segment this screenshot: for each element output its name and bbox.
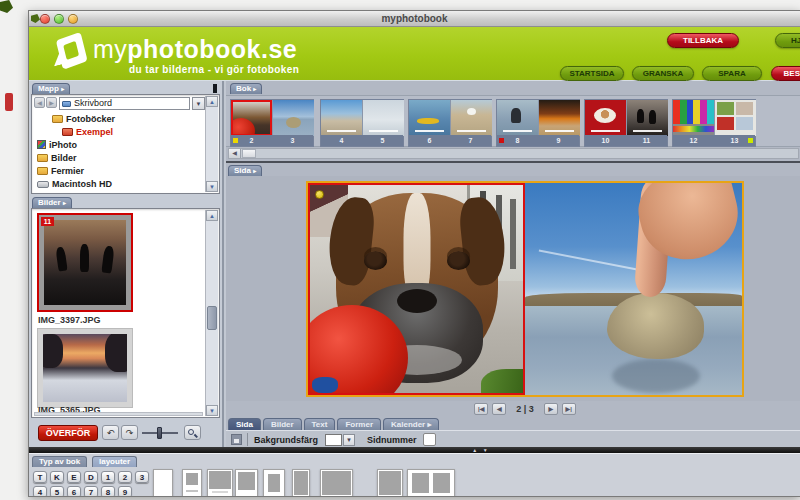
location-dropdown[interactable]: Skrivbord (59, 97, 190, 110)
page-number-checkbox[interactable] (423, 433, 436, 446)
tab-former[interactable]: Former (337, 418, 381, 430)
strip-scrollbar[interactable]: ◀ (228, 148, 799, 159)
layout-thumb-blank[interactable] (153, 469, 173, 497)
layout-thumb-two-squares[interactable] (407, 469, 455, 497)
bok-panel-tab[interactable]: Bok ▸ (230, 83, 262, 94)
layout-key-8[interactable]: 8 (101, 486, 115, 497)
title-bar[interactable]: myphotobook (29, 11, 800, 27)
image-thumb[interactable] (37, 328, 133, 408)
tab-bilder[interactable]: Bilder (263, 418, 302, 430)
scroll-thumb[interactable] (207, 306, 217, 330)
editor-tabs: SidaBilderTextFormerKalender ▸ (228, 418, 441, 430)
layout-key-6[interactable]: 6 (67, 486, 81, 497)
layout-thumb-full-bleed[interactable] (292, 469, 310, 497)
brand-tagline: du tar bilderna - vi gör fotoboken (129, 64, 299, 75)
page-thumb-7[interactable] (451, 100, 492, 136)
scroll-left-icon[interactable]: ◀ (229, 149, 241, 158)
page-thumb-8[interactable] (497, 100, 538, 136)
layout-key-9[interactable]: 9 (118, 486, 132, 497)
tree-item-fermier[interactable]: Fermier (34, 165, 204, 178)
page-number: 9 (538, 135, 579, 146)
tree-item-exempel[interactable]: Exempel (34, 126, 204, 139)
layout-key-d[interactable]: D (84, 471, 98, 483)
mapp-panel-tab[interactable]: Mapp ▸ (32, 83, 70, 94)
panel-collapse-grip[interactable] (213, 84, 217, 93)
bilder-panel-tab[interactable]: Bilder ▸ (32, 197, 72, 208)
spara-button[interactable]: SPARA (702, 66, 762, 81)
page-thumb-10[interactable] (585, 100, 626, 136)
tree-item-bilder[interactable]: Bilder (34, 152, 204, 165)
scroll-up-icon[interactable]: ▲ (206, 96, 218, 107)
folder-scrollbar[interactable]: ▲ ▼ (205, 96, 218, 192)
brand-logo-suffix: photobook.se (127, 35, 297, 63)
layout-key-7[interactable]: 7 (84, 486, 98, 497)
layout-thumb-image-margin[interactable] (235, 469, 258, 497)
tillbaka-button[interactable]: TILLBAKA (667, 33, 739, 48)
folder-forward-button[interactable]: ▶ (46, 97, 57, 108)
zoom-slider-handle[interactable] (157, 427, 162, 439)
last-page-button[interactable]: ▶| (562, 403, 576, 415)
location-dropdown-arrow[interactable]: ▼ (192, 97, 205, 110)
page-thumb-5[interactable] (363, 100, 404, 136)
layout-thumb-centered-square[interactable] (263, 469, 285, 497)
next-page-button[interactable]: ▶ (544, 403, 558, 415)
magnifier-button[interactable] (184, 425, 201, 440)
layout-thumb-panorama[interactable] (320, 469, 353, 497)
separator (247, 433, 248, 446)
image-thumb-selected[interactable]: 11 (37, 213, 133, 312)
page-left-selected[interactable] (308, 183, 525, 395)
prev-page-button[interactable]: ◀ (492, 403, 506, 415)
layout-thumb-image-caption[interactable] (182, 469, 202, 497)
layout-thumb-wide-image-caption[interactable] (207, 469, 233, 497)
close-button[interactable] (40, 14, 50, 24)
tab-kalender[interactable]: Kalender ▸ (383, 418, 439, 430)
startsida-button[interactable]: STARTSIDA (560, 66, 624, 81)
layout-key-k[interactable]: K (50, 471, 64, 483)
page-thumb-12[interactable] (673, 100, 714, 136)
page-thumb-3[interactable] (273, 100, 314, 136)
tab-sida[interactable]: Sida (228, 418, 261, 430)
zoom-window-button[interactable] (68, 14, 78, 24)
layout-key-e[interactable]: E (67, 471, 81, 483)
layout-key-4[interactable]: 4 (33, 486, 47, 497)
strip-scroll-thumb[interactable] (242, 149, 256, 158)
layout-key-3[interactable]: 3 (135, 471, 149, 483)
scroll-down-icon[interactable]: ▼ (206, 405, 218, 416)
tree-item-macintosh-hd[interactable]: Macintosh HD (34, 178, 204, 191)
page-thumb-6[interactable] (409, 100, 450, 136)
images-hscrollbar[interactable] (34, 412, 203, 416)
save-icon[interactable] (231, 434, 242, 445)
page-thumb-11[interactable] (627, 100, 668, 136)
granska-button[interactable]: GRANSKA (632, 66, 694, 81)
first-page-button[interactable]: |◀ (474, 403, 488, 415)
background-color-dropdown[interactable]: ▼ (343, 434, 355, 446)
page-thumb-13[interactable] (715, 100, 756, 136)
folder-back-button[interactable]: ◀ (34, 97, 45, 108)
layout-thumb-full-bleed-2[interactable] (377, 469, 403, 497)
page-right[interactable] (525, 183, 742, 395)
images-scrollbar[interactable]: ▲ ▼ (205, 210, 218, 416)
tab-layouter[interactable]: layouter (92, 456, 137, 467)
hjalp-button[interactable]: HJÄLP (775, 33, 800, 48)
page-thumb-2[interactable] (231, 100, 272, 136)
minimize-button[interactable] (54, 14, 64, 24)
tree-item-fotobocker[interactable]: Fotoböcker (34, 113, 204, 126)
background-color-swatch[interactable] (325, 434, 342, 446)
page-thumb-4[interactable] (321, 100, 362, 136)
page-thumb-9[interactable] (539, 100, 580, 136)
layout-key-2[interactable]: 2 (118, 471, 132, 483)
rotate-left-button[interactable]: ↶ (102, 425, 119, 440)
tab-text[interactable]: Text (304, 418, 336, 430)
overfor-button[interactable]: ÖVERFÖR (38, 425, 98, 441)
tab-typ-av-bok[interactable]: Typ av bok (32, 456, 87, 467)
sida-panel-tab[interactable]: Sida ▸ (228, 165, 262, 176)
layout-key-1[interactable]: 1 (101, 471, 115, 483)
scroll-up-icon[interactable]: ▲ (206, 210, 218, 221)
layout-key-t[interactable]: T (33, 471, 47, 483)
bestall-button[interactable]: BESTÄLL (771, 66, 800, 81)
folder-icon (37, 154, 48, 162)
tree-item-iphoto[interactable]: iPhoto (34, 139, 204, 152)
rotate-right-button[interactable]: ↷ (121, 425, 138, 440)
layout-key-5[interactable]: 5 (50, 486, 64, 497)
scroll-down-icon[interactable]: ▼ (206, 181, 218, 192)
